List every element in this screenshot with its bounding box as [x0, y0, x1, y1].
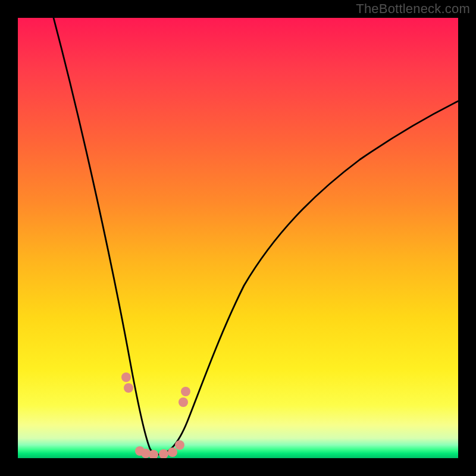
svg-point-4: [149, 450, 158, 458]
svg-point-5: [159, 449, 168, 458]
bottleneck-curve: [18, 18, 458, 458]
svg-point-6: [168, 447, 177, 457]
watermark-text: TheBottleneck.com: [356, 1, 470, 17]
plot-area: [18, 18, 458, 458]
svg-point-8: [178, 397, 188, 407]
svg-point-0: [121, 372, 131, 382]
bottleneck-curve-path: [54, 18, 458, 455]
svg-point-9: [181, 387, 190, 396]
svg-point-1: [124, 383, 133, 393]
svg-point-7: [175, 440, 184, 450]
chart-frame: TheBottleneck.com: [0, 0, 476, 476]
trough-markers: [121, 372, 190, 458]
